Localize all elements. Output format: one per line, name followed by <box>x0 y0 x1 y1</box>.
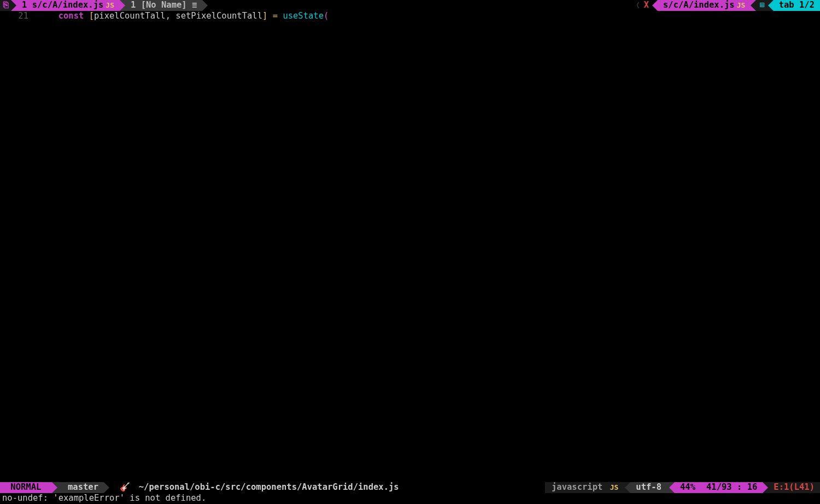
branch-name: master <box>68 482 98 493</box>
tabline: ⎘ 1 s/c/A/index.js JS 1 [No Name] ≡ ❬ X … <box>0 0 820 11</box>
tab-right-active[interactable]: s/c/A/index.js JS <box>658 0 751 11</box>
editor-pane[interactable]: 21 const [pixelCountTall, setPixelCountT… <box>0 11 820 482</box>
sep-icon <box>763 482 768 493</box>
scroll-percent: 44% <box>675 482 701 493</box>
guitar-icon: 🎸 <box>120 482 133 492</box>
js-badge-icon: JS <box>103 0 114 11</box>
sep-icon <box>751 0 756 11</box>
tab-path: s/c/A/index.js <box>663 0 735 11</box>
gutter-blank <box>1 11 11 22</box>
path-text: ~/personal/obi-c/src/components/AvatarGr… <box>139 482 399 492</box>
tab-num: 1 <box>131 0 136 11</box>
tab-num: 1 <box>22 0 27 11</box>
tabline-left-icon[interactable]: ⎘ <box>0 0 11 11</box>
sep-icon <box>768 0 774 11</box>
statusline: NORMAL master 🎸 ~/personal/obi-c/src/com… <box>0 482 820 493</box>
sep-icon <box>104 482 109 493</box>
sep-icon <box>652 0 658 11</box>
tab-active[interactable]: 1 s/c/A/index.js JS <box>16 0 120 11</box>
command-line[interactable]: no-undef: 'exampleError' is not defined. <box>0 493 820 504</box>
sep-icon <box>669 482 675 493</box>
sep-icon <box>202 0 208 11</box>
js-badge-icon: JS <box>608 483 619 491</box>
file-path: 🎸 ~/personal/obi-c/src/components/Avatar… <box>109 482 545 493</box>
sep-icon <box>11 0 16 11</box>
cursor-position: 41/93 : 16 <box>701 482 763 493</box>
sep-icon <box>120 0 125 11</box>
filetype-indicator: javascript JS <box>545 482 625 493</box>
git-branch[interactable]: master <box>57 482 104 493</box>
sep-icon <box>52 482 57 493</box>
js-badge-icon: JS <box>735 0 746 11</box>
sep-icon: ❬ <box>635 0 640 11</box>
layout-grid-icon[interactable]: ⊞ <box>756 0 768 11</box>
encoding-indicator: utf-8 <box>630 482 669 493</box>
menu-icon: ≡ <box>192 0 197 11</box>
tab-close-icon[interactable]: X <box>641 0 652 11</box>
mode-indicator: NORMAL <box>0 482 52 493</box>
code-line[interactable]: 21 const [pixelCountTall, setPixelCountT… <box>0 11 820 22</box>
tab-name: [No Name] <box>141 0 187 11</box>
error-count[interactable]: E:1(L41) <box>768 482 820 493</box>
tab-counter: tab 1/2 <box>774 0 820 11</box>
tab-path: s/c/A/index.js <box>32 0 104 11</box>
tab-inactive[interactable]: 1 [No Name] ≡ <box>125 0 202 11</box>
line-number: 21 <box>11 11 33 22</box>
sep-icon <box>625 482 630 493</box>
